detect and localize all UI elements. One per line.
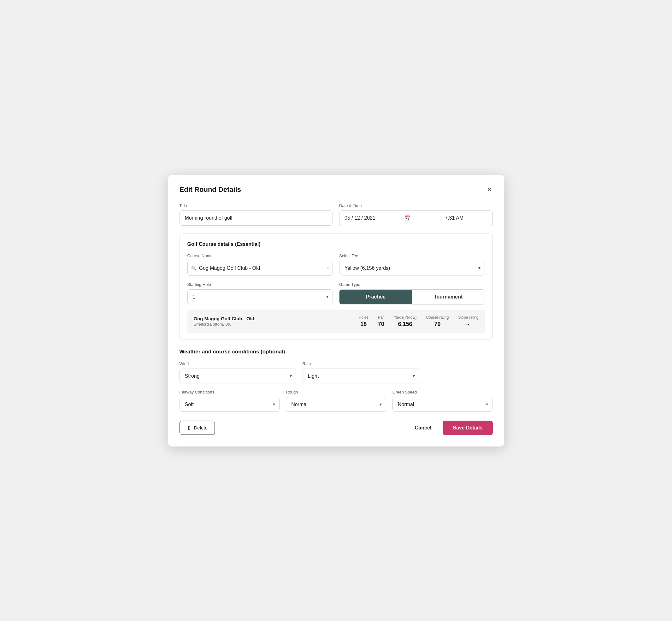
datetime-inner: 05 / 12 / 2021 📅 7:31 AM xyxy=(339,210,493,226)
title-datetime-row: Title Date & Time 05 / 12 / 2021 📅 7:31 … xyxy=(179,203,493,226)
holes-value: 18 xyxy=(360,321,367,328)
calendar-icon: 📅 xyxy=(405,215,411,221)
delete-label: Delete xyxy=(194,425,208,430)
rain-group: Rain NoneLightModerateHeavy ▾ xyxy=(302,361,419,383)
holes-label: Holes xyxy=(359,315,369,320)
edit-round-modal: Edit Round Details × Title Date & Time 0… xyxy=(168,175,504,447)
rain-wrapper: NoneLightModerateHeavy ▾ xyxy=(302,369,419,383)
weather-section: Weather and course conditions (optional)… xyxy=(179,349,493,412)
course-section-title: Golf Course details (Essential) xyxy=(187,241,485,247)
save-button[interactable]: Save Details xyxy=(443,421,493,435)
title-input[interactable] xyxy=(179,210,333,225)
fairway-group: Fairway Conditions SoftNormalHard ▾ xyxy=(179,390,280,412)
fairway-label: Fairway Conditions xyxy=(179,390,280,395)
course-name-group: Course Name 🔍 × xyxy=(187,253,333,276)
course-info-row: Gog Magog Golf Club - Old, Shelford Bott… xyxy=(187,309,485,333)
wind-group: Wind NoneLightModerateStrong ▾ xyxy=(179,361,296,383)
time-input-box[interactable]: 7:31 AM xyxy=(416,210,493,226)
green-speed-group: Green Speed SlowNormalFast ▾ xyxy=(392,390,493,412)
search-icon: 🔍 xyxy=(191,266,197,271)
modal-title: Edit Round Details xyxy=(179,185,241,194)
course-rating-label: Course rating xyxy=(426,315,449,320)
starting-hole-dropdown[interactable]: 1234 5678 910 xyxy=(187,289,333,304)
datetime-label: Date & Time xyxy=(339,203,493,208)
course-name-input[interactable] xyxy=(187,261,333,276)
close-button[interactable]: × xyxy=(486,185,493,194)
course-info-location: Shelford Bottom, UK xyxy=(194,322,349,327)
trash-icon: 🗑 xyxy=(187,425,192,430)
select-tee-label: Select Tee xyxy=(339,253,485,258)
yards-stat: Yards(Yellow) 6,156 xyxy=(394,315,417,328)
footer-row: 🗑 Delete Cancel Save Details xyxy=(179,421,493,435)
yards-label: Yards(Yellow) xyxy=(394,315,417,320)
delete-button[interactable]: 🗑 Delete xyxy=(179,421,215,435)
yards-value: 6,156 xyxy=(398,321,412,328)
conditions-row: Fairway Conditions SoftNormalHard ▾ Roug… xyxy=(179,390,493,412)
datetime-field-group: Date & Time 05 / 12 / 2021 📅 7:31 AM xyxy=(339,203,493,226)
holes-stat: Holes 18 xyxy=(359,315,369,328)
slope-rating-label: Slope rating xyxy=(458,315,478,320)
game-type-label: Game Type xyxy=(339,282,485,287)
par-label: Par xyxy=(378,315,384,320)
modal-header: Edit Round Details × xyxy=(179,185,493,194)
select-tee-group: Select Tee Yellow (6,156 yards) White Re… xyxy=(339,253,485,276)
starting-hole-gametype-row: Starting Hole 1234 5678 910 ▾ Game Type … xyxy=(187,282,485,304)
course-rating-stat: Course rating 70 xyxy=(426,315,449,328)
rough-label: Rough xyxy=(286,390,386,395)
wind-label: Wind xyxy=(179,361,296,366)
weather-section-title: Weather and course conditions (optional) xyxy=(179,349,493,355)
select-tee-wrapper: Yellow (6,156 yards) White Red Blue ▾ xyxy=(339,261,485,276)
practice-toggle-btn[interactable]: Practice xyxy=(339,290,412,304)
par-stat: Par 70 xyxy=(378,315,384,328)
wind-wrapper: NoneLightModerateStrong ▾ xyxy=(179,369,296,383)
course-tee-row: Course Name 🔍 × Select Tee Yellow (6,156… xyxy=(187,253,485,276)
rain-dropdown[interactable]: NoneLightModerateHeavy xyxy=(302,369,419,383)
rough-wrapper: SoftNormalHard ▾ xyxy=(286,397,386,412)
green-speed-label: Green Speed xyxy=(392,390,493,395)
slope-rating-stat: Slope rating - xyxy=(458,315,478,328)
game-type-toggle: Practice Tournament xyxy=(339,289,485,304)
date-value: 05 / 12 / 2021 xyxy=(344,215,375,221)
rough-group: Rough SoftNormalHard ▾ xyxy=(286,390,386,412)
time-value: 7:31 AM xyxy=(445,215,463,221)
title-label: Title xyxy=(179,203,333,208)
rain-label: Rain xyxy=(302,361,419,366)
fairway-wrapper: SoftNormalHard ▾ xyxy=(179,397,280,412)
rough-dropdown[interactable]: SoftNormalHard xyxy=(286,397,386,412)
course-info-name: Gog Magog Golf Club - Old, Shelford Bott… xyxy=(194,316,349,327)
course-info-name-text: Gog Magog Golf Club - Old, xyxy=(194,316,349,321)
title-field-group: Title xyxy=(179,203,333,226)
tournament-toggle-btn[interactable]: Tournament xyxy=(412,290,485,304)
course-section: Golf Course details (Essential) Course N… xyxy=(179,234,493,340)
footer-right: Cancel Save Details xyxy=(410,421,493,435)
slope-rating-value: - xyxy=(467,321,469,328)
par-value: 70 xyxy=(378,321,384,328)
wind-rain-row: Wind NoneLightModerateStrong ▾ Rain None… xyxy=(179,361,419,383)
cancel-button[interactable]: Cancel xyxy=(410,421,436,435)
green-speed-wrapper: SlowNormalFast ▾ xyxy=(392,397,493,412)
course-rating-value: 70 xyxy=(434,321,440,328)
wind-dropdown[interactable]: NoneLightModerateStrong xyxy=(179,369,296,383)
starting-hole-group: Starting Hole 1234 5678 910 ▾ xyxy=(187,282,333,304)
select-tee-dropdown[interactable]: Yellow (6,156 yards) White Red Blue xyxy=(339,261,485,276)
starting-hole-label: Starting Hole xyxy=(187,282,333,287)
game-type-group: Game Type Practice Tournament xyxy=(339,282,485,304)
clear-course-icon[interactable]: × xyxy=(326,265,329,271)
date-input-box[interactable]: 05 / 12 / 2021 📅 xyxy=(339,210,416,226)
course-name-input-wrapper: 🔍 × xyxy=(187,261,333,276)
fairway-dropdown[interactable]: SoftNormalHard xyxy=(179,397,280,412)
green-speed-dropdown[interactable]: SlowNormalFast xyxy=(392,397,493,412)
starting-hole-wrapper: 1234 5678 910 ▾ xyxy=(187,289,333,304)
course-name-label: Course Name xyxy=(187,253,333,258)
